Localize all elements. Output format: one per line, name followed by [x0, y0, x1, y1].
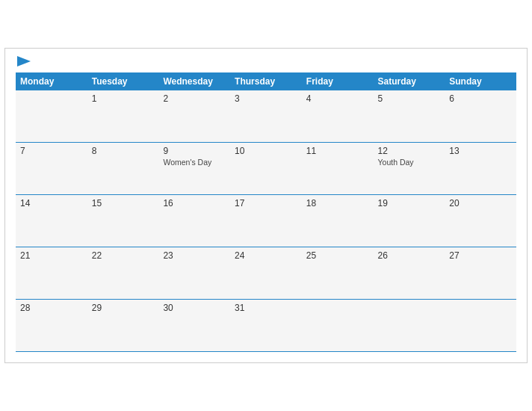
day-number: 27	[449, 250, 512, 261]
day-number: 9	[163, 146, 226, 156]
day-number: 18	[306, 198, 369, 208]
day-number: 14	[20, 198, 83, 208]
weekday-header-thursday: Thursday	[230, 72, 302, 90]
day-number: 17	[235, 198, 297, 208]
day-number: 21	[20, 250, 83, 261]
calendar-header	[16, 56, 516, 67]
calendar-cell	[374, 300, 445, 352]
calendar-tbody: 123456789Women's Day101112Youth Day13141…	[16, 90, 516, 352]
calendar-cell: 15	[87, 195, 159, 247]
calendar-cell: 31	[230, 300, 302, 352]
logo-blue-text	[16, 56, 31, 67]
calendar-cell: 26	[374, 247, 445, 300]
calendar-cell: 6	[445, 90, 516, 143]
calendar-cell: 29	[87, 300, 159, 352]
calendar-cell: 12Youth Day	[374, 143, 445, 195]
day-number: 2	[163, 93, 226, 104]
day-number: 7	[20, 146, 83, 156]
day-number: 4	[306, 93, 369, 104]
weekday-header-row: MondayTuesdayWednesdayThursdayFridaySatu…	[16, 72, 516, 90]
day-number: 8	[92, 146, 155, 156]
weekday-header-monday: Monday	[16, 72, 87, 90]
calendar-cell: 1	[87, 90, 159, 143]
calendar-cell: 30	[158, 300, 230, 352]
weekday-header-tuesday: Tuesday	[87, 72, 159, 90]
calendar-cell: 10	[230, 143, 302, 195]
weekday-header-wednesday: Wednesday	[158, 72, 230, 90]
calendar-cell: 25	[302, 247, 374, 300]
calendar-cell: 22	[87, 247, 159, 300]
logo-flag-icon	[17, 56, 31, 67]
calendar-cell: 19	[374, 195, 445, 247]
day-number: 13	[449, 146, 512, 156]
day-number: 5	[378, 93, 441, 104]
day-number: 24	[235, 250, 297, 261]
calendar-cell: 7	[16, 143, 87, 195]
calendar-cell: 17	[230, 195, 302, 247]
day-number: 15	[92, 198, 155, 208]
weekday-header-saturday: Saturday	[374, 72, 445, 90]
calendar-cell: 3	[230, 90, 302, 143]
day-number: 16	[163, 198, 226, 208]
day-number: 25	[306, 250, 369, 261]
day-number: 19	[378, 198, 441, 208]
calendar-week-row: 21222324252627	[16, 247, 516, 300]
calendar-cell: 16	[158, 195, 230, 247]
calendar-cell: 23	[158, 247, 230, 300]
calendar-week-row: 123456	[16, 90, 516, 143]
day-number: 26	[378, 250, 441, 261]
calendar-cell: 4	[302, 90, 374, 143]
calendar-cell: 21	[16, 247, 87, 300]
weekday-header-sunday: Sunday	[445, 72, 516, 90]
day-number: 22	[92, 250, 155, 261]
day-number: 11	[306, 146, 369, 156]
calendar-cell	[302, 300, 374, 352]
calendar-week-row: 14151617181920	[16, 195, 516, 247]
day-number: 31	[235, 303, 297, 313]
calendar-container: MondayTuesdayWednesdayThursdayFridaySatu…	[4, 48, 528, 364]
calendar-thead: MondayTuesdayWednesdayThursdayFridaySatu…	[16, 72, 516, 90]
logo	[16, 56, 31, 67]
calendar-cell: 2	[158, 90, 230, 143]
day-number: 23	[163, 250, 226, 261]
day-number: 28	[20, 303, 83, 313]
calendar-cell: 11	[302, 143, 374, 195]
calendar-cell: 28	[16, 300, 87, 352]
calendar-cell: 8	[87, 143, 159, 195]
calendar-cell	[16, 90, 87, 143]
calendar-table: MondayTuesdayWednesdayThursdayFridaySatu…	[16, 72, 516, 353]
day-number: 10	[235, 146, 297, 156]
day-number: 20	[449, 198, 512, 208]
calendar-week-row: 28293031	[16, 300, 516, 352]
holiday-label: Youth Day	[378, 158, 441, 167]
calendar-cell: 18	[302, 195, 374, 247]
day-number: 12	[378, 146, 441, 156]
day-number: 30	[163, 303, 226, 313]
calendar-week-row: 789Women's Day101112Youth Day13	[16, 143, 516, 195]
svg-marker-0	[17, 56, 31, 67]
calendar-cell: 9Women's Day	[158, 143, 230, 195]
calendar-cell: 24	[230, 247, 302, 300]
calendar-cell: 27	[445, 247, 516, 300]
calendar-cell: 5	[374, 90, 445, 143]
calendar-cell: 14	[16, 195, 87, 247]
calendar-cell	[445, 300, 516, 352]
day-number: 1	[92, 93, 155, 104]
day-number: 3	[235, 93, 297, 104]
calendar-cell: 13	[445, 143, 516, 195]
day-number: 6	[449, 93, 512, 104]
weekday-header-friday: Friday	[302, 72, 374, 90]
calendar-cell: 20	[445, 195, 516, 247]
day-number: 29	[92, 303, 155, 313]
holiday-label: Women's Day	[163, 158, 226, 167]
